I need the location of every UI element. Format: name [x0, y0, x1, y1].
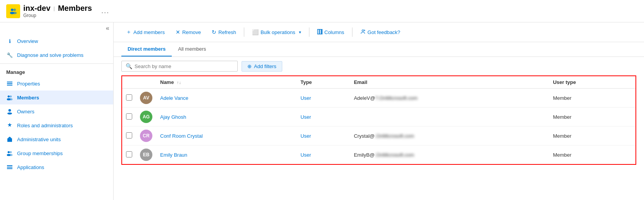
more-options-button[interactable]: ...: [101, 7, 109, 15]
member-user-type: Member: [549, 108, 636, 126]
name-column-header[interactable]: Name ↑↓: [156, 76, 297, 89]
member-type: User: [297, 89, 350, 108]
wrench-icon: 🔧: [6, 51, 13, 58]
svg-rect-5: [7, 83, 12, 84]
usertype-column-header: User type: [549, 76, 636, 89]
plus-icon: ＋: [126, 29, 131, 36]
member-user-type: Member: [549, 126, 636, 145]
member-user-type: Member: [549, 89, 636, 108]
remove-button[interactable]: ✕ Remove: [171, 27, 205, 38]
feedback-icon: [360, 29, 366, 36]
svg-marker-14: [7, 137, 12, 138]
group-memberships-icon: [6, 150, 13, 157]
member-name[interactable]: Ajay Ghosh: [156, 108, 297, 126]
avatar: EB: [140, 149, 152, 161]
sidebar-item-label: Administrative units: [17, 137, 61, 142]
tab-direct-members[interactable]: Direct members: [121, 42, 172, 56]
sidebar-item-label: Properties: [17, 81, 40, 87]
sidebar-item-label: Diagnose and solve problems: [17, 52, 83, 58]
email-column-header: Email: [350, 76, 549, 89]
sidebar-item-roles[interactable]: Roles and administrators: [0, 118, 113, 132]
columns-button[interactable]: Columns: [313, 27, 349, 38]
svg-rect-21: [7, 168, 12, 169]
svg-point-1: [13, 9, 16, 11]
sidebar-item-label: Roles and administrators: [17, 123, 73, 128]
sidebar-item-properties[interactable]: Properties: [0, 77, 113, 91]
sidebar-item-label: Group memberships: [17, 150, 63, 156]
sidebar-item-applications[interactable]: Applications: [0, 160, 113, 174]
member-name[interactable]: Adele Vance: [156, 89, 297, 108]
refresh-button[interactable]: ↻ Refresh: [207, 27, 241, 38]
page-header: inx-dev | Members Group ...: [0, 0, 644, 22]
svg-point-3: [12, 12, 17, 14]
search-box[interactable]: 🔍: [121, 61, 238, 72]
sidebar-item-label: Applications: [17, 164, 44, 170]
svg-point-11: [9, 109, 11, 112]
table-row: EBEmily BraunUserEmilyB@.OnMicrosoft.com…: [122, 145, 636, 165]
table-row: CRConf Room CrystalUserCrystal@.OnMicros…: [122, 126, 636, 145]
svg-rect-22: [318, 29, 319, 34]
sidebar: « ℹ Overview 🔧 Diagnose and solve proble…: [0, 22, 114, 200]
main-layout: « ℹ Overview 🔧 Diagnose and solve proble…: [0, 22, 644, 200]
avatar-header: [136, 76, 156, 89]
avatar: AG: [140, 111, 152, 123]
row-checkbox[interactable]: [126, 151, 132, 157]
add-members-button[interactable]: ＋ Add members: [121, 26, 169, 38]
tab-all-members[interactable]: All members: [172, 42, 212, 56]
member-type: User: [297, 108, 350, 126]
svg-point-25: [362, 29, 364, 31]
avatar: AV: [140, 92, 152, 104]
member-type: User: [297, 126, 350, 145]
sidebar-item-owners[interactable]: Owners: [0, 104, 113, 118]
filter-icon: ⊕: [247, 63, 252, 69]
sidebar-item-group-memberships[interactable]: Group memberships: [0, 146, 113, 160]
columns-icon: [317, 29, 323, 36]
member-email: AdeleV@?.OnMicrosoft.com: [350, 89, 549, 108]
row-checkbox[interactable]: [126, 132, 132, 138]
member-user-type: Member: [549, 145, 636, 165]
applications-icon: [6, 164, 13, 171]
remove-icon: ✕: [176, 29, 180, 35]
avatar: CR: [140, 130, 152, 142]
member-type: User: [297, 145, 350, 165]
type-column-header: Type: [297, 76, 350, 89]
svg-point-7: [8, 96, 10, 97]
sidebar-collapse-button[interactable]: «: [0, 22, 113, 34]
owners-icon: [6, 108, 13, 115]
sidebar-item-overview[interactable]: ℹ Overview: [0, 34, 113, 48]
sidebar-item-label: Owners: [17, 109, 35, 115]
sidebar-item-diagnose[interactable]: 🔧 Diagnose and solve problems: [0, 48, 113, 62]
member-name[interactable]: Emily Braun: [156, 145, 297, 165]
roles-icon: [6, 122, 13, 129]
search-input[interactable]: [135, 63, 233, 69]
bulk-operations-button[interactable]: ⬜ Bulk operations: [247, 27, 306, 38]
sidebar-item-label: Overview: [17, 38, 38, 44]
checkbox-header: [122, 76, 136, 89]
svg-point-16: [10, 151, 12, 153]
sidebar-item-admin-units[interactable]: Administrative units: [0, 132, 113, 146]
member-name[interactable]: Conf Room Crystal: [156, 126, 297, 145]
members-icon: [6, 94, 13, 101]
members-table-wrap: Name ↑↓ Type Email User type: [114, 75, 644, 200]
svg-point-18: [9, 154, 12, 156]
main-content: ＋ Add members ✕ Remove ↻ Refresh ⬜ Bulk …: [114, 22, 644, 200]
toolbar-separator: [244, 27, 244, 37]
sidebar-item-members[interactable]: Members: [0, 91, 113, 104]
tabs-bar: Direct members All members: [114, 42, 644, 57]
member-email: Crystal@.OnMicrosoft.com: [350, 126, 549, 145]
table-header-row: Name ↑↓ Type Email User type: [122, 76, 636, 89]
group-name: inx-dev: [23, 4, 50, 13]
add-filters-button[interactable]: ⊕ Add filters: [242, 61, 282, 72]
feedback-button[interactable]: Got feedback?: [356, 27, 405, 38]
table-row: AGAjay GhoshUserMember: [122, 108, 636, 126]
sort-icon: ↑↓: [177, 80, 181, 85]
header-pipe: |: [54, 5, 55, 11]
row-checkbox[interactable]: [126, 94, 132, 101]
svg-rect-13: [7, 139, 12, 142]
svg-rect-6: [7, 85, 12, 85]
row-checkbox[interactable]: [126, 113, 132, 120]
toolbar-separator-2: [309, 27, 309, 37]
svg-point-12: [7, 113, 12, 115]
table-row: AVAdele VanceUserAdeleV@?.OnMicrosoft.co…: [122, 89, 636, 108]
admin-units-icon: [6, 136, 13, 143]
